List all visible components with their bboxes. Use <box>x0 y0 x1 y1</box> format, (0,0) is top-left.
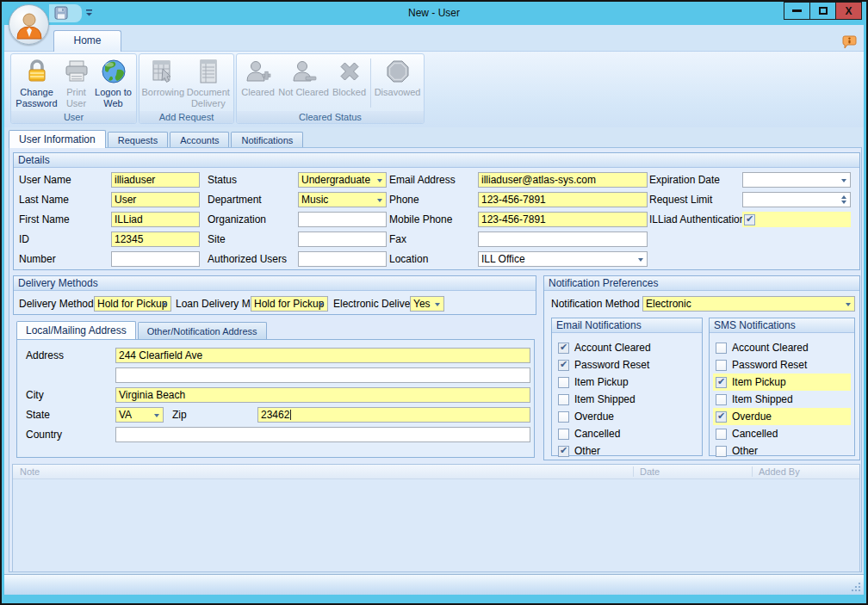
save-button[interactable] <box>54 6 68 20</box>
address-line2-input[interactable] <box>115 367 530 383</box>
checkbox[interactable] <box>716 429 727 440</box>
octagon-icon <box>384 58 412 85</box>
checkbox-row-other[interactable]: Other <box>713 442 851 460</box>
close-icon: X <box>845 6 852 16</box>
checkbox-row-item-shipped[interactable]: Item Shipped <box>555 391 698 408</box>
checkbox-row-item-pickup[interactable]: Item Pickup <box>555 373 698 391</box>
cleared-button[interactable]: Cleared <box>239 55 277 111</box>
last-name-input[interactable]: User <box>111 192 200 207</box>
address-line1-input[interactable]: 244 Clearfield Ave <box>115 348 530 363</box>
print-user-button[interactable]: Print User <box>59 55 94 111</box>
first-name-input[interactable]: ILLiad <box>111 212 200 227</box>
field-label: Request Limit <box>649 192 712 207</box>
document-delivery-button[interactable]: Document Delivery <box>185 55 232 111</box>
tab-notifications[interactable]: Notifications <box>231 132 303 148</box>
field-label: Last Name <box>19 192 69 207</box>
checkbox[interactable] <box>716 377 727 388</box>
tab-local-mailing-address[interactable]: Local/Mailing Address <box>16 321 136 339</box>
not-cleared-button[interactable]: Not Cleared <box>277 55 330 111</box>
checkbox[interactable] <box>716 411 727 423</box>
checkbox[interactable] <box>558 360 569 371</box>
resize-grip-icon[interactable] <box>851 582 861 592</box>
number-input[interactable] <box>111 251 200 267</box>
checkbox-row-password-reset[interactable]: Password Reset <box>555 356 698 373</box>
checkbox[interactable] <box>558 446 569 457</box>
loan-delivery-method-combo[interactable]: Hold for Pickup <box>251 296 328 312</box>
checkbox-row-overdue[interactable]: Overdue <box>555 408 698 425</box>
printer-icon <box>63 58 90 85</box>
column-separator[interactable] <box>752 466 753 477</box>
blocked-button[interactable]: Blocked <box>330 55 369 111</box>
email-input[interactable]: illiaduser@atlas-sys.com <box>478 172 648 188</box>
tab-other-notification-address[interactable]: Other/Notification Address <box>138 322 267 339</box>
illiad-authentication-checkbox[interactable] <box>744 214 755 225</box>
disavowed-button[interactable]: Disavowed <box>373 55 422 111</box>
authorized-users-input[interactable] <box>298 251 387 267</box>
mobile-phone-input[interactable]: 123-456-7891 <box>478 212 648 227</box>
help-button[interactable] <box>842 35 857 49</box>
delivery-method-combo[interactable]: Hold for Pickup <box>94 296 171 312</box>
notification-preferences-header: Notification Preferences <box>544 276 859 291</box>
status-combo[interactable]: Undergraduate <box>298 172 387 188</box>
checkbox-row-other[interactable]: Other <box>555 442 698 460</box>
user-name-input[interactable]: illiaduser <box>111 172 200 188</box>
checkbox[interactable] <box>716 446 727 457</box>
checkbox[interactable] <box>558 343 569 354</box>
checkbox[interactable] <box>716 360 727 371</box>
application-menu-button[interactable] <box>9 4 49 45</box>
column-header-date[interactable]: Date <box>640 466 660 477</box>
column-header-added-by[interactable]: Added By <box>759 466 800 477</box>
ribbon-button-label: Logon to Web <box>94 87 133 108</box>
spin-up-icon[interactable] <box>841 195 846 199</box>
notification-method-combo[interactable]: Electronic <box>642 296 855 312</box>
ribbon-group-add-request: Borrowing Document Delivery <box>139 53 234 124</box>
delivery-methods-groupbox: Delivery Methods Delivery Method Hold fo… <box>13 275 536 315</box>
checkbox-row-cancelled[interactable]: Cancelled <box>555 425 698 442</box>
organization-input[interactable] <box>298 212 387 227</box>
checkbox-row-account-cleared[interactable]: Account Cleared <box>713 339 851 356</box>
id-input[interactable]: 12345 <box>111 232 200 247</box>
user-add-icon <box>245 58 272 85</box>
tab-requests[interactable]: Requests <box>108 132 168 148</box>
column-separator[interactable] <box>633 466 634 477</box>
checkbox[interactable] <box>558 411 569 423</box>
checkbox-row-item-pickup[interactable]: Item Pickup <box>713 373 851 391</box>
checkbox-row-account-cleared[interactable]: Account Cleared <box>555 339 698 356</box>
checkbox[interactable] <box>558 429 569 440</box>
maximize-button[interactable] <box>809 2 836 20</box>
checkbox[interactable] <box>716 343 727 354</box>
department-combo[interactable]: Music <box>298 192 387 207</box>
country-input[interactable] <box>115 427 530 442</box>
tab-accounts[interactable]: Accounts <box>170 132 229 148</box>
checkbox[interactable] <box>558 394 569 405</box>
request-limit-spinner[interactable] <box>742 192 851 207</box>
maximize-icon <box>819 7 828 15</box>
checkbox-row-item-shipped[interactable]: Item Shipped <box>713 391 851 408</box>
expiration-date-combo[interactable] <box>742 172 851 188</box>
spin-down-icon[interactable] <box>841 201 846 204</box>
city-input[interactable]: Virginia Beach <box>115 387 530 403</box>
location-combo[interactable]: ILL Office <box>478 251 648 267</box>
checkbox-row-overdue[interactable]: Overdue <box>713 408 851 425</box>
logon-to-web-button[interactable]: Logon to Web <box>94 55 133 111</box>
checkbox[interactable] <box>558 377 569 388</box>
change-password-button[interactable]: Change Password <box>15 55 59 111</box>
checkbox[interactable] <box>716 394 727 405</box>
fax-input[interactable] <box>478 232 648 247</box>
state-combo[interactable]: VA <box>115 407 164 423</box>
checkbox-row-password-reset[interactable]: Password Reset <box>713 356 851 373</box>
column-header-note[interactable]: Note <box>20 466 40 477</box>
ribbon-tab-home[interactable]: Home <box>53 30 121 52</box>
ribbon-group-label: Add Request <box>140 111 233 123</box>
zip-input[interactable]: 23462 <box>257 407 530 423</box>
site-input[interactable] <box>298 232 387 247</box>
minimize-button[interactable] <box>784 2 810 20</box>
close-button[interactable]: X <box>835 2 862 20</box>
notes-grid-body[interactable] <box>13 479 859 571</box>
phone-input[interactable]: 123-456-7891 <box>478 192 648 207</box>
qat-dropdown-button[interactable] <box>85 8 93 18</box>
electronic-delivery-combo[interactable]: Yes <box>410 296 444 312</box>
borrowing-button[interactable]: Borrowing <box>141 55 185 111</box>
tab-user-information[interactable]: User Information <box>9 130 106 148</box>
checkbox-row-cancelled[interactable]: Cancelled <box>713 425 851 442</box>
